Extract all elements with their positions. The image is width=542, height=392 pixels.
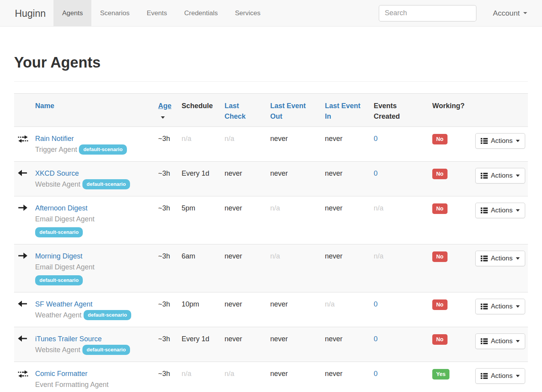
actions-button[interactable]: Actions	[475, 133, 525, 149]
last-check-cell: n/a	[221, 362, 267, 392]
account-menu[interactable]: Account	[493, 9, 527, 18]
agents-table: Name Age Schedule Last Check Last Event …	[14, 93, 528, 392]
list-icon	[481, 255, 488, 262]
scenario-badge[interactable]: default-scenario	[79, 144, 127, 155]
working-badge: Yes	[432, 369, 449, 380]
working-cell: No	[429, 292, 472, 327]
actions-button[interactable]: Actions	[475, 251, 525, 266]
table-row: Afternoon Digest Email Digest Agentdefau…	[14, 196, 528, 244]
last-event-in-cell: never	[322, 362, 371, 392]
caret-down-icon	[516, 305, 520, 308]
exchange-icon	[18, 135, 29, 143]
nav-item-scenarios[interactable]: Scenarios	[91, 0, 138, 26]
last-event-in-cell: never	[322, 327, 371, 362]
sort-by-name[interactable]: Name	[35, 102, 54, 110]
agent-name-link[interactable]: Comic Formatter	[35, 370, 87, 378]
header-schedule: Schedule	[178, 94, 221, 127]
actions-button-label: Actions	[491, 255, 513, 262]
age-cell: ~3h	[155, 292, 178, 327]
list-icon	[481, 373, 488, 379]
sort-by-age[interactable]: Age	[158, 102, 171, 110]
sort-by-last-check[interactable]: Last Check	[225, 112, 252, 120]
exchange-icon	[18, 370, 29, 378]
events-created-link[interactable]: 0	[374, 169, 378, 177]
nav-item-credentials[interactable]: Credentials	[176, 0, 226, 26]
caret-down-icon	[516, 375, 520, 377]
working-badge: No	[432, 334, 448, 345]
last-event-out-cell: never	[267, 362, 322, 392]
table-row: XKCD Source Website Agentdefault-scenari…	[14, 162, 528, 196]
search-input[interactable]	[379, 5, 476, 21]
table-row: SF Weather Agent Weather Agentdefault-sc…	[14, 292, 528, 327]
actions-button-label: Actions	[491, 172, 513, 180]
actions-button[interactable]: Actions	[475, 203, 525, 218]
events-created-link[interactable]: 0	[374, 335, 378, 343]
agent-name-link[interactable]: iTunes Trailer Source	[35, 335, 102, 343]
schedule-cell: n/a	[178, 362, 221, 392]
last-event-in-cell: never	[322, 196, 371, 244]
sort-by-last-event-out[interactable]: Last Event Out	[270, 112, 309, 120]
nav-item-events[interactable]: Events	[138, 0, 176, 26]
agent-type-label: Weather Agent	[35, 311, 82, 319]
actions-button-label: Actions	[491, 303, 513, 310]
events-created-link[interactable]: 0	[374, 135, 378, 143]
last-check-cell: never	[221, 292, 267, 327]
scenario-badge[interactable]: default-scenario	[35, 227, 83, 237]
arrow-left-icon	[18, 301, 29, 307]
caret-down-icon	[516, 209, 520, 212]
header-working: Working?	[429, 94, 472, 127]
brand-link[interactable]: Huginn	[0, 0, 53, 26]
top-navbar: Huginn Agents Scenarios Events Credentia…	[0, 0, 542, 27]
table-row: iTunes Trailer Source Website Agentdefau…	[14, 327, 528, 362]
page-title: Your Agents	[14, 54, 528, 71]
working-badge: No	[432, 251, 448, 262]
events-created-link[interactable]: n/a	[374, 252, 383, 260]
events-created-link[interactable]: 0	[374, 370, 378, 378]
list-icon	[481, 173, 488, 179]
last-check-cell: never	[221, 196, 267, 244]
agent-name-link[interactable]: XKCD Source	[35, 169, 79, 177]
sort-by-last-event-in[interactable]: Last Event In	[325, 112, 364, 120]
actions-button-label: Actions	[491, 207, 513, 214]
actions-button[interactable]: Actions	[475, 368, 525, 384]
header-actions-column	[472, 94, 528, 127]
actions-button[interactable]: Actions	[475, 299, 525, 314]
arrow-left-icon	[18, 335, 29, 342]
schedule-cell: 10pm	[178, 292, 221, 327]
list-icon	[481, 207, 488, 214]
scenario-badge[interactable]: default-scenario	[82, 179, 130, 189]
caret-down-icon	[516, 175, 520, 177]
table-row: Rain Notifier Trigger Agentdefault-scena…	[14, 127, 528, 162]
nav-item-services[interactable]: Services	[226, 0, 269, 26]
actions-button[interactable]: Actions	[475, 333, 525, 349]
header-events-created: Events Created	[371, 94, 429, 127]
agent-name-link[interactable]: Afternoon Digest	[35, 204, 87, 212]
last-event-out-cell: never	[267, 127, 322, 162]
scenario-badge[interactable]: default-scenario	[84, 310, 131, 320]
account-label: Account	[493, 9, 520, 18]
schedule-cell: n/a	[178, 127, 221, 162]
agent-name-link[interactable]: Rain Notifier	[35, 135, 74, 143]
age-cell: ~3h	[155, 127, 178, 162]
schedule-cell: 6am	[178, 244, 221, 292]
events-created-link[interactable]: 0	[374, 300, 378, 308]
last-event-out-cell: n/a	[267, 196, 322, 244]
caret-down-icon	[523, 12, 527, 14]
last-event-in-cell: never	[322, 244, 371, 292]
last-event-out-cell: n/a	[267, 244, 322, 292]
scenario-badge[interactable]: default-scenario	[82, 345, 130, 355]
working-cell: No	[429, 162, 472, 196]
last-event-in-cell: never	[322, 162, 371, 196]
events-created-cell: n/a	[371, 244, 429, 292]
events-created-cell: 0	[371, 162, 429, 196]
working-cell: Yes	[429, 362, 472, 392]
scenario-badge[interactable]: default-scenario	[35, 275, 83, 285]
events-created-link[interactable]: n/a	[374, 204, 383, 212]
caret-down-icon	[516, 140, 520, 142]
nav-item-agents[interactable]: Agents	[53, 0, 91, 26]
arrow-right-icon	[18, 253, 29, 259]
arrow-right-icon	[18, 205, 29, 211]
agent-name-link[interactable]: Morning Digest	[35, 252, 82, 260]
agent-name-link[interactable]: SF Weather Agent	[35, 300, 93, 308]
actions-button[interactable]: Actions	[475, 168, 525, 184]
